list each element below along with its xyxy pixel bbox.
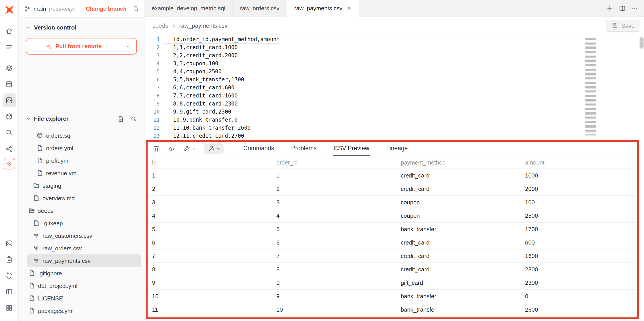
rail-terminal-button[interactable] (2, 236, 16, 250)
pull-dropdown-button[interactable] (120, 38, 136, 54)
file-label: .gitignore (38, 270, 62, 276)
rail-clipboard-button[interactable] (2, 252, 16, 266)
code-line: 32,2,credit_card,2000 (144, 52, 644, 60)
rail-grid-button[interactable] (2, 77, 16, 91)
rail-stack-button[interactable] (2, 61, 16, 75)
table-row: 22credit_card2000 (148, 182, 637, 196)
table-cell: credit_card (396, 239, 520, 246)
ai-assist-button[interactable] (204, 143, 224, 154)
folder-open-icon (28, 208, 35, 214)
code-text: 11,10,bank_transfer,2600 (165, 124, 251, 132)
breadcrumb-folder[interactable]: seeds (152, 22, 168, 29)
doc-icon (37, 145, 43, 151)
version-control-header[interactable]: Version control (26, 24, 137, 31)
rail-develop-button[interactable] (2, 94, 16, 107)
file-label: packages.yml (38, 307, 74, 314)
rail-apps-button[interactable] (2, 301, 16, 314)
file-item-raw_payments.csv[interactable]: raw_payments.csv (27, 254, 141, 267)
pull-from-remote-main[interactable]: Pull from remote (26, 38, 120, 54)
table-cell: 5 (148, 226, 272, 232)
table-row: 66credit_card600 (148, 236, 637, 250)
semantic-layer-icon (6, 160, 12, 167)
file-item-revenue.yml[interactable]: revenue.yml (27, 167, 141, 179)
rail-home-button[interactable] (2, 24, 16, 38)
editor-minimap[interactable] (586, 38, 596, 136)
code-line: 76,6,credit_card,600 (144, 84, 644, 92)
table-cell: credit_card (396, 252, 520, 259)
rail-network-button[interactable] (2, 142, 16, 155)
tab-label: example_develop_metric.sql (152, 5, 226, 12)
pull-from-remote-button[interactable]: Pull from remote (26, 38, 137, 54)
file-item-dbt_project.yml[interactable]: dbt_project.yml (27, 280, 141, 292)
code-text: 9,9,gift_card,2300 (165, 108, 231, 116)
new-file-icon[interactable] (118, 116, 124, 122)
table-cell: bank_transfer (396, 306, 520, 313)
code-text: 2,2,credit_card,2000 (165, 52, 238, 60)
tab-raw_orders.csv[interactable]: raw_orders.csv (233, 0, 287, 16)
panel-tab-Problems[interactable]: Problems (290, 142, 318, 156)
rail-search-doc-button[interactable] (2, 126, 16, 139)
rail-semantic-layer-button[interactable] (3, 158, 15, 170)
code-editor[interactable]: 1id,order_id,payment_method,amount21,1,c… (144, 34, 644, 140)
file-item-orders.sql[interactable]: orders.sql (27, 129, 141, 142)
results-grid-view-button[interactable] (153, 145, 160, 152)
dbt-logo-icon[interactable] (3, 4, 15, 16)
model-icon (37, 132, 43, 138)
file-explorer-title: File explorer (34, 115, 69, 122)
code-text: id,order_id,payment_method,amount (165, 35, 280, 43)
layout-icon (5, 288, 13, 295)
panel-tab-Commands[interactable]: Commands (242, 142, 275, 156)
close-tab-icon[interactable] (346, 6, 351, 11)
file-item-.gitkeep[interactable]: .gitkeep (27, 217, 141, 229)
file-item-raw_customers.csv[interactable]: raw_customers.csv (27, 229, 141, 242)
rail-sync-button[interactable] (2, 269, 16, 282)
code-text: 6,6,credit_card,600 (165, 84, 234, 92)
file-item-.gitignore[interactable]: .gitignore (27, 267, 141, 280)
code-text: 1,1,credit_card,1000 (165, 43, 238, 52)
file-item-orders.yml[interactable]: orders.yml (27, 142, 141, 154)
file-item-staging[interactable]: staging (27, 179, 141, 192)
copy-icon[interactable] (133, 6, 139, 12)
file-item-packages.yml[interactable]: packages.yml (27, 304, 141, 317)
build-button[interactable] (183, 145, 196, 152)
sync-icon (5, 272, 13, 279)
tab-raw_payments.csv[interactable]: raw_payments.csv (287, 0, 359, 17)
split-editor-icon[interactable] (619, 5, 626, 12)
tab-label: raw_orders.csv (240, 5, 280, 12)
tab-example_develop_metric.sql[interactable]: example_develop_metric.sql (144, 0, 233, 16)
column-header: amount (520, 159, 637, 166)
results-code-view-button[interactable] (168, 145, 175, 152)
rail-layout-button[interactable] (2, 285, 16, 298)
rail-package-button[interactable] (2, 110, 16, 123)
dbt-logo-glyph (4, 4, 14, 15)
doc-icon (37, 170, 43, 176)
editor-scrollbar-thumb[interactable] (640, 37, 644, 49)
save-label: Save (622, 22, 634, 29)
file-explorer-header[interactable]: File explorer (19, 115, 144, 122)
code-text: 3,3,coupon,100 (165, 60, 218, 68)
file-item-seeds[interactable]: seeds (27, 204, 141, 217)
line-number: 12 (144, 124, 165, 132)
save-button[interactable]: Save (606, 20, 640, 32)
table-cell: coupon (396, 199, 520, 206)
more-options-icon[interactable] (632, 5, 638, 12)
table-cell: 2 (148, 186, 272, 192)
doc-icon (28, 308, 35, 314)
panel-tab-CSV Preview[interactable]: CSV Preview (333, 142, 370, 156)
table-row: 109bank_transfer0 (148, 290, 637, 303)
chevron-right-icon (171, 23, 176, 28)
table-row: 1110bank_transfer2600 (148, 303, 637, 316)
file-item-LICENSE[interactable]: LICENSE (27, 292, 141, 304)
panel-tab-Lineage[interactable]: Lineage (385, 142, 408, 156)
search-icon[interactable] (130, 116, 137, 122)
file-item-raw_orders.csv[interactable]: raw_orders.csv (27, 242, 141, 254)
table-cell: credit_card (396, 266, 520, 273)
code-view-icon (168, 145, 175, 152)
file-item-profit.yml[interactable]: profit.yml (27, 154, 141, 167)
rail-list-button[interactable] (2, 40, 16, 54)
change-branch-link[interactable]: Change branch (86, 6, 126, 12)
file-item-overview.md[interactable]: overview.md (27, 192, 141, 204)
panel-tabs: CommandsProblemsCSV PreviewLineage (242, 142, 408, 156)
add-tab-icon[interactable] (606, 5, 613, 12)
table-cell: 2 (272, 186, 396, 192)
